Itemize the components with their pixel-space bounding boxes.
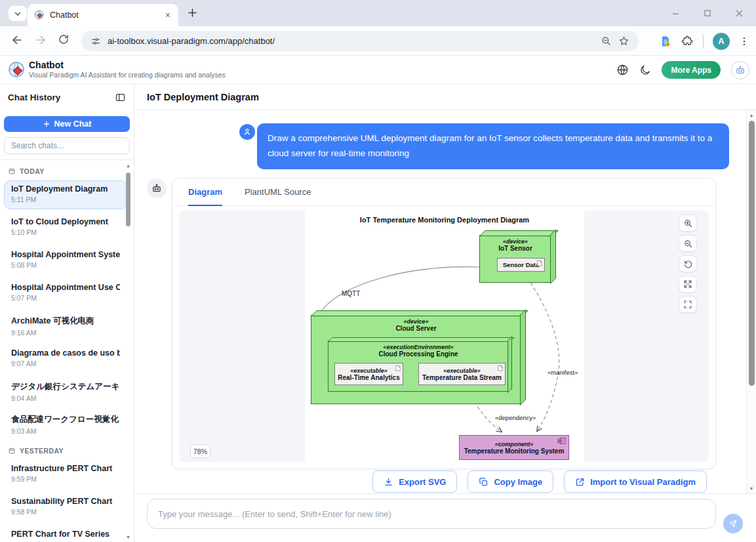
app-header: Chatbot Visual Paradigm AI Assistant for…: [0, 56, 756, 84]
chat-list-item[interactable]: Hospital Appointment Use C... 5:07 PM: [4, 279, 127, 308]
address-bar[interactable]: ai-toolbox.visual-paradigm.com/app/chatb…: [81, 31, 639, 51]
favicon: [34, 10, 45, 20]
diagram-viewport[interactable]: IoT Temperature Monitoring Deployment Di…: [179, 211, 709, 462]
tab-plantuml-source[interactable]: PlantUML Source: [245, 178, 311, 206]
edge-label-manifest: «manifest»: [547, 369, 578, 376]
chat-list: TODAY IoT Deployment Diagram 5:11 PM IoT…: [0, 161, 131, 542]
chat-list-item[interactable]: PERT Chart for TV Series: [4, 526, 127, 542]
window-minimize-button[interactable]: [671, 9, 681, 18]
site-settings-icon[interactable]: [90, 36, 101, 47]
import-to-visual-paradigm-button[interactable]: Import to Visual Paradigm: [564, 470, 707, 493]
tab-diagram[interactable]: Diagram: [188, 178, 222, 206]
component-temperature-monitoring-system[interactable]: «component» Temperature Monitoring Syste…: [459, 435, 569, 460]
browser-window: Chatbot ai-toolbox.visual-paradigm.com/a…: [0, 0, 756, 542]
edge-label-mqtt: MQTT: [342, 290, 360, 297]
scrollbar-thumb[interactable]: [749, 121, 755, 386]
sidebar-divider: [0, 159, 134, 160]
calendar-icon: [8, 167, 16, 175]
tab-close-icon[interactable]: [164, 11, 172, 19]
bookmark-star-icon[interactable]: [618, 35, 629, 47]
section-header-yesterday: YESTERDAY: [8, 447, 123, 455]
scroll-down-icon[interactable]: ▼: [125, 535, 131, 539]
back-button[interactable]: [10, 33, 24, 47]
plus-icon: [43, 120, 50, 128]
new-tab-button[interactable]: [186, 7, 199, 19]
new-chat-label: New Chat: [54, 119, 92, 129]
scroll-down-icon[interactable]: ▼: [747, 486, 756, 491]
chat-list-item[interactable]: Sustainability PERT Chart 9:58 PM: [4, 493, 127, 522]
url-text[interactable]: ai-toolbox.visual-paradigm.com/app/chatb…: [108, 36, 594, 46]
chat-list-item[interactable]: IoT Deployment Diagram 5:11 PM: [4, 180, 127, 209]
artifact-temperature-data-stream[interactable]: «executable» Temperature Data Stream: [418, 363, 506, 385]
chat-list-item[interactable]: Hospital Appointment System 5:08 PM: [4, 246, 127, 275]
fullscreen-button[interactable]: [679, 296, 697, 313]
language-globe-icon[interactable]: [616, 64, 629, 76]
chat-list-item[interactable]: ArchiMate 可视化电商 9:16 AM: [4, 312, 127, 341]
calendar-icon: [8, 447, 16, 455]
page-title: IoT Deployment Diagram: [147, 92, 259, 102]
user-avatar: [239, 124, 255, 140]
forward-button[interactable]: [34, 33, 47, 47]
app-title: Chatbot: [29, 60, 64, 70]
docs-extension-icon[interactable]: [659, 35, 672, 48]
artifact-real-time-analytics[interactable]: «executable» Real-Time Analytics: [334, 363, 403, 385]
scroll-up-icon[interactable]: ▲: [125, 163, 131, 168]
zoom-level-badge[interactable]: 78%: [190, 444, 210, 458]
chat-list-item[interactable]: IoT to Cloud Deployment 5:10 PM: [4, 213, 127, 242]
component-icon: [557, 438, 566, 444]
extensions-puzzle-icon[interactable]: [681, 35, 694, 47]
send-button[interactable]: [723, 514, 743, 533]
browser-toolbar: ai-toolbox.visual-paradigm.com/app/chatb…: [0, 26, 756, 56]
zoom-in-button[interactable]: [679, 215, 697, 232]
chat-list-item[interactable]: Diagrama de casos de uso bi... 9:07 AM: [4, 344, 127, 373]
profile-avatar[interactable]: A: [713, 33, 730, 50]
chevron-down-icon: [13, 9, 22, 18]
diagram-controls: [679, 215, 697, 313]
browser-tab[interactable]: Chatbot: [28, 4, 178, 26]
sidebar: Chat History New Chat TODAY IoT Deployme…: [0, 84, 134, 542]
diagram-tabs: Diagram PlantUML Source: [172, 178, 715, 206]
more-apps-button[interactable]: More Apps: [662, 61, 721, 79]
chat-list-item[interactable]: 食品配達ワークフロー視覚化 9:03 AM: [4, 410, 127, 439]
new-chat-button[interactable]: New Chat: [4, 116, 130, 132]
fit-screen-button[interactable]: [679, 276, 697, 293]
artifact-document-icon: [498, 365, 503, 371]
zoom-out-button[interactable]: [679, 235, 697, 252]
reload-button[interactable]: [58, 33, 70, 45]
main-scrollbar[interactable]: ▲ ▼: [746, 110, 756, 493]
search-chats-input[interactable]: [4, 137, 130, 154]
window-maximize-button[interactable]: [703, 9, 712, 18]
artifact-document-icon: [537, 260, 542, 266]
user-message-bubble: Draw a comprehensive UML deployment diag…: [257, 123, 729, 169]
chat-list-item[interactable]: Infrastructure PERT Chart 9:59 PM: [4, 460, 127, 489]
tab-search-button[interactable]: [9, 6, 27, 21]
download-icon: [384, 477, 393, 487]
copy-image-button[interactable]: Copy Image: [468, 470, 553, 493]
app-subtitle: Visual Paradigm AI Assistant for creatin…: [29, 71, 226, 79]
chat-list-item[interactable]: デジタル銀行システムアーキ... 9:04 AM: [4, 377, 127, 406]
message-input-bar: [135, 493, 756, 542]
copy-icon: [479, 477, 488, 487]
toolbar-separator: [703, 35, 704, 48]
browser-menu-icon[interactable]: [739, 36, 749, 47]
window-close-button[interactable]: [734, 9, 744, 18]
diagram-card: Diagram PlantUML Source IoT Temperature …: [172, 178, 716, 469]
scrollbar-thumb[interactable]: [126, 173, 130, 226]
dark-mode-moon-icon[interactable]: [639, 64, 651, 76]
chatbot-avatar-icon[interactable]: [731, 61, 749, 79]
message-input[interactable]: [147, 499, 716, 529]
main-panel: IoT Deployment Diagram Draw a comprehens…: [135, 84, 756, 542]
tab-title: Chatbot: [50, 10, 159, 20]
artifact-document-icon: [395, 365, 401, 371]
send-plane-icon: [728, 519, 738, 528]
sidebar-scrollbar[interactable]: ▲ ▼: [125, 163, 131, 539]
section-header-today: TODAY: [8, 167, 123, 175]
export-svg-button[interactable]: Export SVG: [372, 470, 457, 493]
artifact-sensor-data[interactable]: Sensor Data: [497, 258, 545, 272]
reset-view-button[interactable]: [679, 255, 697, 272]
sidebar-collapse-icon[interactable]: [115, 92, 126, 103]
visual-paradigm-logo: [8, 61, 26, 79]
edge-label-dependency: «dependency»: [495, 414, 536, 421]
scroll-up-icon[interactable]: ▲: [747, 113, 756, 117]
zoom-page-icon[interactable]: [601, 35, 612, 47]
